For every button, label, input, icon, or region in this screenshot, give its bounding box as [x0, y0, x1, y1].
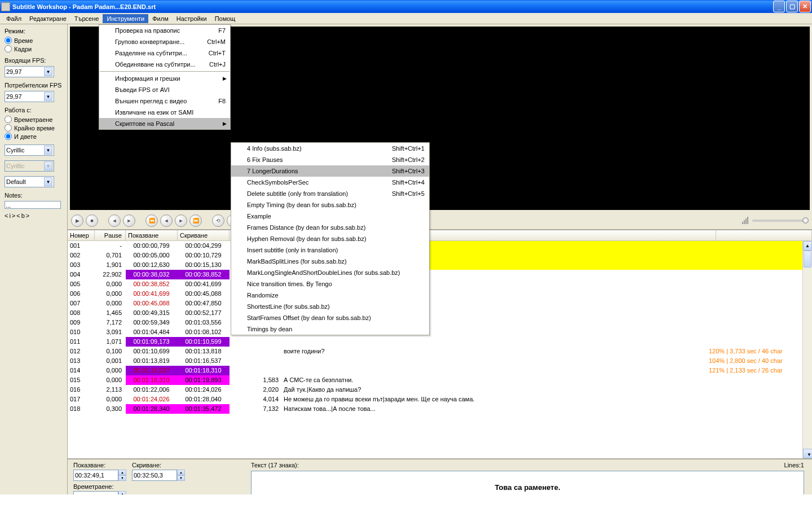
play-button[interactable]: ▶ [71, 214, 83, 227]
spin-up-icon[interactable]: ▲ [118, 470, 126, 475]
volume-slider[interactable] [752, 220, 809, 222]
sidebar: Режим: Време Кадри Входящи FPS: 29,97▼ П… [0, 24, 68, 508]
menu-item[interactable]: Информация и грешки▶ [99, 73, 230, 84]
step-fwd-button[interactable]: ► [175, 214, 187, 227]
menu-item[interactable]: Външен преглед с видеоF8 [99, 95, 230, 107]
maximize-button[interactable]: ▢ [786, 1, 798, 12]
menu-item[interactable]: 4 Info (subs.sab.bz)Shift+Ctrl+1 [231, 143, 429, 154]
menu-item[interactable]: 6 Fix PausesShift+Ctrl+2 [231, 154, 429, 165]
menu-item[interactable]: Example [231, 211, 429, 222]
col-extra[interactable] [716, 230, 812, 240]
rich-format-buttons[interactable]: <i><b> [5, 212, 63, 219]
input-fps-combo[interactable]: 29,97▼ [5, 66, 54, 77]
col-hide[interactable]: Скриване [178, 230, 230, 240]
menu-item[interactable]: Проверка на правописF7 [99, 25, 230, 36]
notes-field[interactable]: ... [5, 201, 61, 209]
user-fps-value: 29,97 [6, 93, 22, 100]
scroll-thumb[interactable] [804, 251, 811, 268]
spin-down-icon[interactable]: ▼ [177, 475, 185, 481]
rewind-button[interactable]: ⏪ [145, 214, 158, 227]
menu-item[interactable]: Групово конвертиране...Ctrl+M [99, 36, 230, 47]
table-row[interactable]: 00422,90200:00:38,03200:00:38,852 [68, 270, 802, 279]
menu-item[interactable]: StartFrames Offset (by dean for subs.sab… [231, 312, 429, 323]
table-row[interactable]: 0060,00000:00:41,69900:00:45,088 [68, 289, 802, 299]
menu-item[interactable]: Timings by dean [231, 323, 429, 335]
menu-item[interactable]: MarkBadSplitLines (for subs.sab.bz) [231, 256, 429, 267]
stop-button[interactable]: ■ [86, 214, 98, 227]
col-show[interactable]: Показване [126, 230, 178, 240]
work-both-radio[interactable] [5, 133, 12, 140]
next-button[interactable]: ► [123, 214, 135, 227]
menu-item[interactable]: Insert subtitle (only in translation) [231, 244, 429, 256]
menu-item[interactable]: MarkLongSingleAndShortDoubleLines (for s… [231, 267, 429, 278]
table-row[interactable]: 0111,07100:01:09,17300:01:10,599 [68, 337, 802, 347]
table-row[interactable]: 0050,00000:00:38,85200:00:41,699 [68, 279, 802, 289]
menu-item[interactable]: Nice transition times. By Tengo [231, 278, 429, 290]
table-row[interactable]: 0180,30000:01:28,34000:01:35,4727,132Нат… [68, 404, 802, 414]
table-row[interactable]: 0020,70100:00:05,00000:00:10,72970 ~ [68, 251, 802, 260]
menu-item[interactable]: Обединяване на субтитри...Ctrl+J [99, 59, 230, 70]
menu-item[interactable]: Скриптове на Pascal▶ [99, 118, 230, 129]
menu-item[interactable]: Разделяне на субтитри...Ctrl+T [99, 47, 230, 59]
mode-time-radio[interactable] [5, 37, 12, 44]
table-row[interactable]: 001-00:00:00,79900:00:04,299представя [68, 241, 802, 251]
table-row[interactable]: 0097,17200:00:59,34900:01:03,556 [68, 318, 802, 327]
table-row[interactable]: 0103,09100:01:04,48400:01:08,102 [68, 327, 802, 337]
scroll-up-button[interactable]: ▲ [803, 241, 812, 251]
scroll-down-button[interactable]: ▼ [803, 449, 812, 458]
menu-item[interactable]: Delete subtitle (only from translation)S… [231, 188, 429, 199]
menu-item[interactable]: ShortestLine (for subs.sab.bz) [231, 301, 429, 312]
hide-label: Скриване: [132, 462, 185, 468]
menu-item[interactable]: Empty Timing (by dean for subs.sab.bz) [231, 199, 429, 211]
user-fps-combo[interactable]: 29,97▼ [5, 91, 54, 102]
table-row[interactable]: 0162,11300:01:22,00600:01:24,0262,020Дай… [68, 385, 802, 395]
menu-търсене[interactable]: Търсене [70, 14, 103, 23]
lines-info: Lines:1 [784, 462, 804, 468]
menu-item[interactable]: Hyphen Removal (by dean for subs.sab.bz) [231, 233, 429, 244]
fast-fwd-button[interactable]: ⏩ [189, 214, 202, 227]
vertical-scrollbar[interactable]: ▲ ▼ [802, 241, 812, 458]
submenu-arrow-icon: ▶ [223, 76, 227, 81]
minimize-button[interactable]: _ [773, 1, 785, 12]
style-combo[interactable]: Default▼ [5, 176, 54, 187]
mode-frames-radio[interactable] [5, 45, 12, 52]
menu-item[interactable]: Frames Distance (by dean for subs.sab.bz… [231, 222, 429, 233]
hide-time-input[interactable] [132, 470, 177, 481]
table-row[interactable]: 0130,00100:01:13,81900:01:16,537104% | 2… [68, 356, 802, 366]
volume-thumb[interactable] [802, 217, 809, 224]
prev-button[interactable]: ◄ [108, 214, 121, 227]
menu-инструменти[interactable]: Инструменти [103, 14, 148, 23]
step-back-button[interactable]: ◄ [160, 214, 173, 227]
menu-редактиране[interactable]: Редактиране [25, 14, 70, 23]
menu-item[interactable]: Извличане на език от SAMI [99, 107, 230, 118]
table-row[interactable]: 0081,46500:00:49,31500:00:52,177 [68, 308, 802, 318]
table-row[interactable]: 0140,00000:01:16,53700:01:18,310121% | 2… [68, 366, 802, 375]
dropdown-arrow-icon: ▼ [44, 146, 52, 155]
tools-menu-dropdown: Проверка на правописF7Групово конвертира… [99, 24, 231, 130]
menu-item[interactable]: Въведи FPS от AVI [99, 84, 230, 95]
table-row[interactable]: 0070,00000:00:45,08800:00:47,850 [68, 299, 802, 308]
spin-down-icon[interactable]: ▼ [118, 475, 126, 481]
table-row[interactable]: 0031,90100:00:12,63000:00:15,130 [68, 260, 802, 270]
work-end-radio[interactable] [5, 124, 12, 132]
menu-item[interactable]: CheckSymbolsPerSecShift+Ctrl+4 [231, 177, 429, 188]
charset1-combo[interactable]: Cyrillic▼ [5, 144, 54, 156]
menu-настройки[interactable]: Настройки [173, 14, 211, 23]
menu-файл[interactable]: Файл [2, 14, 25, 23]
menu-item[interactable]: 7 LongerDurationsShift+Ctrl+3 [231, 165, 429, 177]
menu-помощ[interactable]: Помощ [211, 14, 240, 23]
table-row[interactable]: 0120,10000:01:10,69900:01:13,818воите го… [68, 347, 802, 356]
titlebar: Subtitle Workshop - Padam Padam...E20.EN… [0, 0, 812, 13]
show-time-input[interactable] [73, 470, 118, 481]
close-button[interactable]: ✕ [799, 1, 811, 12]
menu-item[interactable]: Randomize [231, 290, 429, 301]
table-row[interactable]: 0150,00000:01:18,31000:01:19,8931,583А С… [68, 375, 802, 385]
volume-icon [742, 217, 749, 225]
mark-in-button[interactable]: ⟲ [212, 214, 224, 227]
col-pause[interactable]: Pause [95, 230, 126, 240]
work-duration-radio[interactable] [5, 116, 12, 123]
menu-филм[interactable]: Филм [148, 14, 173, 23]
spin-up-icon[interactable]: ▲ [177, 470, 185, 475]
table-row[interactable]: 0170,00000:01:24,02600:01:28,0404,014Не … [68, 395, 802, 404]
col-num[interactable]: Номер [68, 230, 95, 240]
